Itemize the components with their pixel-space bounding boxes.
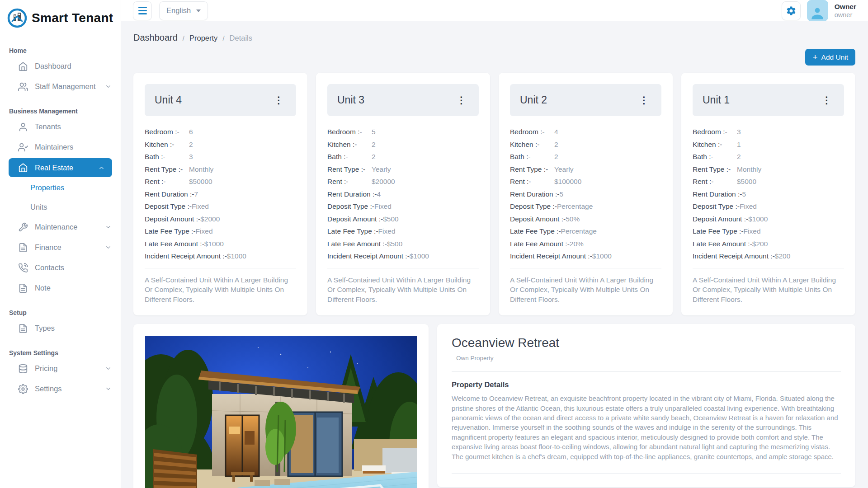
divider bbox=[693, 268, 844, 268]
note-icon bbox=[18, 283, 28, 293]
sidebar-item-settings[interactable]: Settings bbox=[0, 379, 121, 399]
database-icon bbox=[18, 364, 28, 374]
unit-detail-row: Bedroom :- 6 bbox=[145, 128, 296, 136]
sidebar-item-maintenance[interactable]: Maintenance bbox=[0, 217, 121, 237]
divider bbox=[452, 473, 841, 474]
property-ownership-badge: Own Property bbox=[452, 355, 841, 361]
language-label: English bbox=[166, 6, 191, 15]
plus-icon: + bbox=[812, 53, 817, 61]
unit-detail-row: Rent Duration :- 4 bbox=[327, 190, 479, 198]
property-photo bbox=[145, 336, 417, 488]
breadcrumb-dashboard[interactable]: Dashboard bbox=[133, 33, 178, 43]
sidebar-item-types[interactable]: Types bbox=[0, 318, 121, 338]
unit-detail-row: Incident Receipt Amount :- $1000 bbox=[145, 252, 296, 260]
language-dropdown[interactable]: English bbox=[159, 1, 208, 20]
chevron-down-icon bbox=[105, 385, 112, 392]
unit-detail-row: Late Fee Type :- Fixed bbox=[145, 227, 296, 235]
users-icon bbox=[18, 82, 28, 92]
user-avatar[interactable] bbox=[807, 0, 828, 21]
gear-icon bbox=[18, 384, 28, 394]
sidebar-toggle-button[interactable] bbox=[133, 1, 152, 20]
unit-description: A Self-Contained Unit Within A Larger Bu… bbox=[145, 275, 296, 304]
unit-description: A Self-Contained Unit Within A Larger Bu… bbox=[327, 275, 479, 304]
sidebar-item-contacts[interactable]: Contacts bbox=[0, 258, 121, 278]
unit-detail-row: Bath :- 3 bbox=[145, 153, 296, 161]
user-name: Owner bbox=[835, 2, 856, 11]
unit-title: Unit 2 bbox=[520, 94, 547, 106]
kebab-menu-icon[interactable]: ⋮ bbox=[637, 94, 651, 106]
unit-description: A Self-Contained Unit Within A Larger Bu… bbox=[693, 275, 844, 304]
unit-card-header: Unit 1 ⋮ bbox=[693, 84, 844, 116]
unit-title: Unit 3 bbox=[337, 94, 364, 106]
unit-detail-row: Deposit Amount :- 50% bbox=[510, 215, 661, 223]
unit-detail-row: Deposit Type :- Fixed bbox=[145, 202, 296, 211]
unit-detail-row: Late Fee Type :- Percentage bbox=[510, 227, 661, 235]
unit-detail-row: Late Fee Type :- Fixed bbox=[693, 227, 844, 235]
app-logo[interactable]: Smart Tenant bbox=[0, 0, 121, 36]
unit-card: Unit 1 ⋮ Bedroom :- 3 Kitchen :- bbox=[681, 73, 855, 315]
sidebar-item-staff-management[interactable]: Staff Management bbox=[0, 76, 121, 97]
house-photo-illustration bbox=[145, 336, 417, 488]
unit-detail-row: Bath :- 2 bbox=[327, 153, 479, 161]
add-unit-button[interactable]: + Add Unit bbox=[805, 49, 855, 66]
divider bbox=[510, 268, 661, 268]
chevron-up-icon bbox=[98, 164, 105, 171]
sidebar-item-real-estate[interactable]: Real Estate bbox=[9, 158, 112, 177]
unit-detail-row: Rent :- $50000 bbox=[145, 178, 296, 186]
sidebar-item-finance[interactable]: Finance bbox=[0, 237, 121, 258]
sidebar-item-dashboard[interactable]: Dashboard bbox=[0, 56, 121, 76]
unit-detail-row: Rent Duration :- 5 bbox=[510, 190, 661, 198]
person-check-icon bbox=[18, 142, 28, 152]
unit-detail-row: Rent Type :- Monthly bbox=[145, 165, 296, 174]
nav-section-home: Home bbox=[9, 47, 112, 54]
kebab-menu-icon[interactable]: ⋮ bbox=[271, 94, 286, 106]
nav-section-business: Business Management bbox=[9, 108, 112, 115]
kebab-menu-icon[interactable]: ⋮ bbox=[819, 94, 834, 106]
unit-detail-row: Rent :- $20000 bbox=[327, 178, 479, 186]
sidebar-item-note[interactable]: Note bbox=[0, 278, 121, 298]
divider bbox=[327, 268, 479, 268]
chevron-down-icon bbox=[105, 244, 112, 251]
caret-down-icon bbox=[196, 9, 201, 12]
unit-card-header: Unit 3 ⋮ bbox=[327, 84, 479, 116]
building-icon bbox=[18, 163, 28, 173]
property-details-card: Oceanview Retreat Own Property Property … bbox=[437, 324, 855, 487]
unit-detail-row: Rent Type :- Monthly bbox=[693, 165, 844, 174]
unit-card-header: Unit 4 ⋮ bbox=[145, 84, 296, 116]
person-icon bbox=[18, 122, 28, 132]
unit-detail-row: Bedroom :- 5 bbox=[327, 128, 479, 136]
sidebar-subitem-units[interactable]: Units bbox=[0, 197, 121, 217]
unit-card-header: Unit 2 ⋮ bbox=[510, 84, 661, 116]
phone-icon bbox=[18, 263, 28, 273]
sidebar-item-pricing[interactable]: Pricing bbox=[0, 358, 121, 379]
sidebar-nav: Home Dashboard Staff Management Business… bbox=[0, 47, 121, 399]
kebab-menu-icon[interactable]: ⋮ bbox=[454, 94, 469, 106]
unit-detail-row: Rent :- $100000 bbox=[510, 178, 661, 186]
wrench-icon bbox=[18, 222, 28, 232]
unit-detail-row: Kitchen :- 2 bbox=[510, 141, 661, 149]
breadcrumb-property[interactable]: Property bbox=[189, 34, 217, 42]
note-icon bbox=[18, 324, 28, 333]
unit-detail-row: Deposit Amount :- $2000 bbox=[145, 215, 296, 223]
sidebar-item-maintainers[interactable]: Maintainers bbox=[0, 137, 121, 157]
sidebar-subitem-properties[interactable]: Properties bbox=[0, 178, 121, 197]
unit-detail-row: Rent Duration :- 5 bbox=[693, 190, 844, 198]
user-menu[interactable]: Owner owner bbox=[835, 2, 856, 19]
unit-cards: Unit 4 ⋮ Bedroom :- 6 Kitchen :- bbox=[133, 73, 855, 315]
app-title: Smart Tenant bbox=[32, 11, 113, 25]
file-icon bbox=[18, 243, 28, 253]
sidebar: Smart Tenant Home Dashboard Staff Manage… bbox=[0, 0, 121, 488]
home-icon bbox=[18, 61, 28, 71]
divider bbox=[145, 268, 296, 268]
property-photo-card bbox=[133, 324, 429, 488]
unit-detail-row: Late Fee Amount :- $200 bbox=[693, 240, 844, 248]
sidebar-item-tenants[interactable]: Tenants bbox=[0, 117, 121, 137]
unit-detail-row: Rent Duration :- 7 bbox=[145, 190, 296, 198]
settings-button[interactable] bbox=[782, 1, 801, 20]
unit-detail-rows: Bedroom :- 5 Kitchen :- 2 Bath :- bbox=[327, 128, 479, 260]
smart-tenant-logo-icon bbox=[7, 8, 27, 28]
top-bar: English Owner owner bbox=[121, 0, 868, 21]
unit-detail-row: Bath :- 2 bbox=[510, 153, 661, 161]
unit-detail-rows: Bedroom :- 4 Kitchen :- 2 Bath :- bbox=[510, 128, 661, 260]
divider bbox=[452, 371, 841, 372]
